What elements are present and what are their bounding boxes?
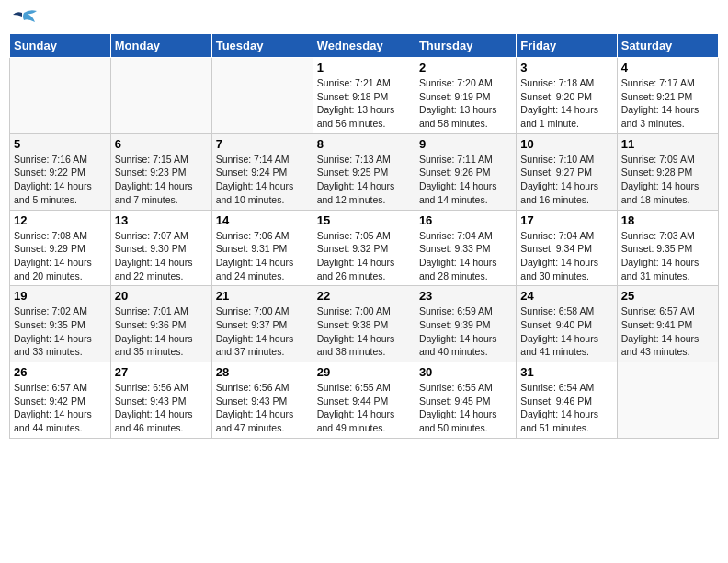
- calendar-cell: 3 Sunrise: 7:18 AMSunset: 9:20 PMDayligh…: [517, 58, 617, 134]
- calendar-cell: 13 Sunrise: 7:07 AMSunset: 9:30 PMDaylig…: [110, 210, 211, 286]
- day-detail: Sunrise: 7:17 AMSunset: 9:21 PMDaylight:…: [621, 76, 714, 131]
- calendar-cell: 24 Sunrise: 6:58 AMSunset: 9:40 PMDaylig…: [517, 286, 617, 362]
- page-header: [9, 9, 719, 28]
- day-detail: Sunrise: 7:00 AMSunset: 9:37 PMDaylight:…: [216, 304, 309, 359]
- calendar-cell: 19 Sunrise: 7:02 AMSunset: 9:35 PMDaylig…: [10, 286, 111, 362]
- day-number: 26: [14, 365, 107, 379]
- calendar-cell: [10, 58, 111, 134]
- day-number: 21: [216, 289, 309, 303]
- day-detail: Sunrise: 6:57 AMSunset: 9:41 PMDaylight:…: [621, 304, 714, 359]
- calendar-cell: 29 Sunrise: 6:55 AMSunset: 9:44 PMDaylig…: [313, 362, 415, 439]
- day-detail: Sunrise: 7:04 AMSunset: 9:33 PMDaylight:…: [419, 229, 512, 283]
- day-number: 17: [520, 213, 612, 227]
- calendar-cell: 8 Sunrise: 7:13 AMSunset: 9:25 PMDayligh…: [313, 133, 415, 210]
- day-detail: Sunrise: 7:11 AMSunset: 9:26 PMDaylight:…: [419, 153, 512, 207]
- calendar-cell: 27 Sunrise: 6:56 AMSunset: 9:43 PMDaylig…: [110, 362, 211, 439]
- day-detail: Sunrise: 7:09 AMSunset: 9:28 PMDaylight:…: [621, 153, 714, 207]
- calendar-cell: 6 Sunrise: 7:15 AMSunset: 9:23 PMDayligh…: [110, 133, 211, 210]
- calendar-cell: 23 Sunrise: 6:59 AMSunset: 9:39 PMDaylig…: [415, 286, 516, 362]
- day-number: 27: [115, 365, 208, 379]
- day-detail: Sunrise: 7:08 AMSunset: 9:29 PMDaylight:…: [14, 229, 107, 283]
- calendar-cell: 9 Sunrise: 7:11 AMSunset: 9:26 PMDayligh…: [415, 133, 516, 210]
- day-detail: Sunrise: 7:14 AMSunset: 9:24 PMDaylight:…: [216, 153, 309, 207]
- day-number: 22: [317, 289, 411, 303]
- day-number: 28: [216, 365, 309, 379]
- calendar-cell: 28 Sunrise: 6:56 AMSunset: 9:43 PMDaylig…: [211, 362, 313, 439]
- day-number: 4: [621, 61, 714, 75]
- calendar-cell: [110, 58, 211, 134]
- day-detail: Sunrise: 7:02 AMSunset: 9:35 PMDaylight:…: [14, 304, 107, 359]
- calendar-cell: 14 Sunrise: 7:06 AMSunset: 9:31 PMDaylig…: [211, 210, 313, 286]
- calendar-cell: 4 Sunrise: 7:17 AMSunset: 9:21 PMDayligh…: [617, 58, 718, 134]
- day-number: 18: [621, 213, 714, 227]
- col-header-tuesday: Tuesday: [211, 34, 313, 58]
- day-number: 6: [115, 137, 208, 151]
- day-number: 9: [419, 137, 512, 151]
- day-number: 15: [317, 213, 411, 227]
- calendar-cell: 17 Sunrise: 7:04 AMSunset: 9:34 PMDaylig…: [517, 210, 617, 286]
- day-detail: Sunrise: 7:13 AMSunset: 9:25 PMDaylight:…: [317, 153, 411, 207]
- day-number: 24: [520, 289, 612, 303]
- col-header-thursday: Thursday: [415, 34, 516, 58]
- day-detail: Sunrise: 7:10 AMSunset: 9:27 PMDaylight:…: [520, 153, 612, 207]
- day-number: 12: [14, 213, 107, 227]
- calendar-cell: [211, 58, 313, 134]
- calendar-cell: 5 Sunrise: 7:16 AMSunset: 9:22 PMDayligh…: [10, 133, 111, 210]
- calendar-cell: 22 Sunrise: 7:00 AMSunset: 9:38 PMDaylig…: [313, 286, 415, 362]
- day-number: 23: [419, 289, 512, 303]
- day-number: 2: [419, 61, 512, 75]
- day-number: 1: [317, 61, 411, 75]
- calendar-cell: 21 Sunrise: 7:00 AMSunset: 9:37 PMDaylig…: [211, 286, 313, 362]
- day-detail: Sunrise: 7:15 AMSunset: 9:23 PMDaylight:…: [115, 153, 208, 207]
- calendar-cell: 31 Sunrise: 6:54 AMSunset: 9:46 PMDaylig…: [517, 362, 617, 439]
- day-detail: Sunrise: 6:57 AMSunset: 9:42 PMDaylight:…: [14, 381, 107, 435]
- day-number: 30: [419, 365, 512, 379]
- day-detail: Sunrise: 6:55 AMSunset: 9:45 PMDaylight:…: [419, 381, 512, 435]
- col-header-friday: Friday: [517, 34, 617, 58]
- logo: [9, 9, 42, 28]
- logo-bird-icon: [9, 9, 39, 29]
- calendar-cell: 11 Sunrise: 7:09 AMSunset: 9:28 PMDaylig…: [617, 133, 718, 210]
- day-detail: Sunrise: 7:00 AMSunset: 9:38 PMDaylight:…: [317, 304, 411, 359]
- day-detail: Sunrise: 7:16 AMSunset: 9:22 PMDaylight:…: [14, 153, 107, 207]
- day-detail: Sunrise: 6:54 AMSunset: 9:46 PMDaylight:…: [520, 381, 612, 435]
- day-detail: Sunrise: 7:18 AMSunset: 9:20 PMDaylight:…: [520, 76, 612, 131]
- col-header-saturday: Saturday: [617, 34, 718, 58]
- day-detail: Sunrise: 7:03 AMSunset: 9:35 PMDaylight:…: [621, 229, 714, 283]
- day-number: 5: [14, 137, 107, 151]
- calendar-cell: 7 Sunrise: 7:14 AMSunset: 9:24 PMDayligh…: [211, 133, 313, 210]
- day-detail: Sunrise: 7:04 AMSunset: 9:34 PMDaylight:…: [520, 229, 612, 283]
- day-detail: Sunrise: 7:05 AMSunset: 9:32 PMDaylight:…: [317, 229, 411, 283]
- calendar-cell: 15 Sunrise: 7:05 AMSunset: 9:32 PMDaylig…: [313, 210, 415, 286]
- calendar-cell: 20 Sunrise: 7:01 AMSunset: 9:36 PMDaylig…: [110, 286, 211, 362]
- calendar-cell: 25 Sunrise: 6:57 AMSunset: 9:41 PMDaylig…: [617, 286, 718, 362]
- calendar-cell: 10 Sunrise: 7:10 AMSunset: 9:27 PMDaylig…: [517, 133, 617, 210]
- day-detail: Sunrise: 6:59 AMSunset: 9:39 PMDaylight:…: [419, 304, 512, 359]
- day-detail: Sunrise: 6:58 AMSunset: 9:40 PMDaylight:…: [520, 304, 612, 359]
- calendar-cell: 2 Sunrise: 7:20 AMSunset: 9:19 PMDayligh…: [415, 58, 516, 134]
- day-number: 11: [621, 137, 714, 151]
- day-number: 19: [14, 289, 107, 303]
- col-header-sunday: Sunday: [10, 34, 111, 58]
- day-detail: Sunrise: 7:21 AMSunset: 9:18 PMDaylight:…: [317, 76, 411, 131]
- calendar-cell: [617, 362, 718, 439]
- day-detail: Sunrise: 7:06 AMSunset: 9:31 PMDaylight:…: [216, 229, 309, 283]
- col-header-wednesday: Wednesday: [313, 34, 415, 58]
- col-header-monday: Monday: [110, 34, 211, 58]
- day-detail: Sunrise: 7:01 AMSunset: 9:36 PMDaylight:…: [115, 304, 208, 359]
- day-detail: Sunrise: 6:56 AMSunset: 9:43 PMDaylight:…: [115, 381, 208, 435]
- day-detail: Sunrise: 6:55 AMSunset: 9:44 PMDaylight:…: [317, 381, 411, 435]
- day-number: 16: [419, 213, 512, 227]
- calendar-cell: 1 Sunrise: 7:21 AMSunset: 9:18 PMDayligh…: [313, 58, 415, 134]
- day-detail: Sunrise: 7:20 AMSunset: 9:19 PMDaylight:…: [419, 76, 512, 131]
- day-number: 25: [621, 289, 714, 303]
- calendar-cell: 16 Sunrise: 7:04 AMSunset: 9:33 PMDaylig…: [415, 210, 516, 286]
- day-number: 13: [115, 213, 208, 227]
- day-detail: Sunrise: 6:56 AMSunset: 9:43 PMDaylight:…: [216, 381, 309, 435]
- day-number: 31: [520, 365, 612, 379]
- calendar-cell: 30 Sunrise: 6:55 AMSunset: 9:45 PMDaylig…: [415, 362, 516, 439]
- day-number: 10: [520, 137, 612, 151]
- calendar-cell: 18 Sunrise: 7:03 AMSunset: 9:35 PMDaylig…: [617, 210, 718, 286]
- day-number: 20: [115, 289, 208, 303]
- day-number: 29: [317, 365, 411, 379]
